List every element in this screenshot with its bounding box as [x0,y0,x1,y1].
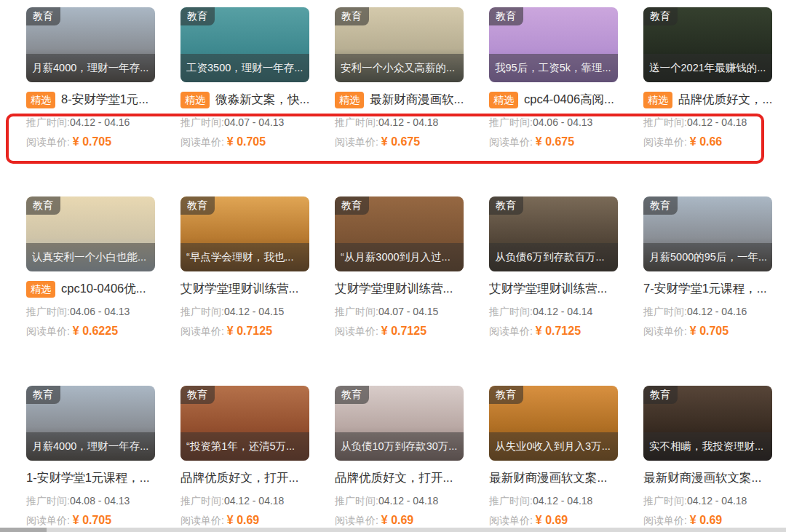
course-card[interactable]: 教育 从负债6万到存款百万... 艾财学堂理财训练营... 推广时间:04.12… [489,196,618,338]
promo-period-row: 推广时间:04.12 - 04.15 [180,305,309,318]
thumbnail-caption-band: 从负债6万到存款百万... [489,243,618,271]
read-price-value: ¥ 0.66 [690,135,722,148]
category-tag: 教育 [489,196,523,215]
thumbnail-caption-band: 认真安利一个小白也能... [26,243,155,271]
course-card[interactable]: 教育 实不相瞒，我投资理财... 最新财商漫画软文案... 推广时间:04.12… [643,386,772,528]
course-thumbnail[interactable]: 教育 从负债6万到存款百万... [489,196,618,271]
read-price-value: ¥ 0.7125 [381,325,426,337]
course-title-row: 精选 品牌优质好文，... [643,91,772,108]
promo-period-value: 04.06 - 04.13 [533,116,593,128]
thumbnail-caption-band: 从失业0收入到月入3万... [489,432,618,461]
thumbnail-caption: 月薪4000，理财一年存... [32,61,149,75]
thumbnail-caption: “从月薪3000到月入过... [341,250,458,264]
course-card[interactable]: 教育 “投资第1年，还清5万... 品牌优质好文，打开... 推广时间:04.1… [180,386,309,528]
course-thumbnail[interactable]: 教育 “从月薪3000到月入过... [335,196,464,271]
promo-period-row: 推广时间:04.07 - 04.13 [180,116,309,129]
horizontal-scrollbar-thumb[interactable] [0,528,47,532]
course-card[interactable]: 教育 月薪5000的95后，一年... 7-安财学堂1元课程，... 推广时间:… [643,196,772,338]
course-thumbnail[interactable]: 教育 我95后，工资5k，靠理... [489,7,618,82]
course-title: 最新财商漫画软... [370,92,464,108]
promo-period-row: 推广时间:04.08 - 04.13 [26,494,155,507]
course-thumbnail[interactable]: 教育 “早点学会理财，我也... [180,196,309,271]
read-price-row: 阅读单价: ¥ 0.69 [180,513,309,528]
promo-period-label: 推广时间: [489,306,533,317]
course-card[interactable]: 教育 认真安利一个小白也能... 精选 cpc10-0406优... 推广时间:… [26,196,155,338]
course-title: 品牌优质好文，打开... [180,470,298,486]
promo-period-value: 04.12 - 04.18 [224,495,285,507]
read-price-value: ¥ 0.675 [381,135,420,148]
featured-badge: 精选 [643,92,672,108]
thumbnail-caption: 我95后，工资5k，靠理... [495,61,612,75]
category-tag: 教育 [26,7,60,25]
course-thumbnail[interactable]: 教育 “投资第1年，还清5万... [180,386,309,461]
course-card[interactable]: 教育 月薪4000，理财一年存... 1-安财学堂1元课程，... 推广时间:0… [26,386,155,528]
course-title: 8-安财学堂1元... [61,92,148,108]
course-card[interactable]: 教育 从负债10万到存款30万... 品牌优质好文，打开... 推广时间:04.… [335,386,464,528]
course-title: 微淼新文案，快... [215,92,309,108]
course-title: cpc4-0406高阅... [524,92,614,108]
read-price-label: 阅读单价: [489,325,533,337]
course-thumbnail[interactable]: 教育 月薪4000，理财一年存... [26,7,155,82]
read-price-row: 阅读单价: ¥ 0.7125 [489,324,618,338]
read-price-row: 阅读单价: ¥ 0.705 [26,513,155,528]
category-tag: 教育 [180,196,215,215]
promo-period-row: 推广时间:04.06 - 04.13 [26,305,155,318]
course-title-row: 品牌优质好文，打开... [335,469,464,487]
course-thumbnail[interactable]: 教育 月薪4000，理财一年存... [26,386,155,461]
course-card[interactable]: 教育 工资3500，理财一年存... 精选 微淼新文案，快... 推广时间:04… [180,7,309,149]
featured-badge: 精选 [489,92,518,108]
course-title-row: 艾财学堂理财训练营... [180,280,309,298]
promo-period-value: 04.12 - 04.18 [687,495,747,507]
course-thumbnail[interactable]: 教育 送一个2021年最赚钱的... [643,7,772,82]
promo-period-label: 推广时间: [180,306,224,317]
course-card[interactable]: 教育 从失业0收入到月入3万... 最新财商漫画软文案... 推广时间:04.1… [489,386,618,528]
course-list-page: 教育 月薪4000，理财一年存... 精选 8-安财学堂1元... 推广时间:0… [0,0,786,532]
course-title-row: 艾财学堂理财训练营... [489,280,618,298]
category-tag: 教育 [180,386,215,404]
read-price-label: 阅读单价: [26,136,70,148]
course-title-row: 精选 cpc10-0406优... [26,280,155,298]
promo-period-row: 推广时间:04.12 - 04.18 [643,116,772,129]
read-price-label: 阅读单价: [26,325,70,337]
promo-period-row: 推广时间:04.12 - 04.16 [26,116,155,129]
read-price-row: 阅读单价: ¥ 0.66 [643,135,772,149]
course-thumbnail[interactable]: 教育 从负债10万到存款30万... [335,386,464,461]
promo-period-value: 04.12 - 04.15 [224,306,285,317]
course-card[interactable]: 教育 “从月薪3000到月入过... 艾财学堂理财训练营... 推广时间:04.… [335,196,464,338]
course-card[interactable]: 教育 安利一个小众又高薪的... 精选 最新财商漫画软... 推广时间:04.1… [335,7,464,149]
thumbnail-caption-band: 安利一个小众又高薪的... [335,54,464,82]
read-price-row: 阅读单价: ¥ 0.69 [335,513,464,528]
thumbnail-caption: 月薪4000，理财一年存... [32,440,149,453]
read-price-label: 阅读单价: [643,515,687,526]
thumbnail-caption-band: 月薪5000的95后，一年... [643,243,772,271]
course-thumbnail[interactable]: 教育 从失业0收入到月入3万... [489,386,618,461]
read-price-label: 阅读单价: [26,515,70,526]
course-thumbnail[interactable]: 教育 实不相瞒，我投资理财... [643,386,772,461]
promo-period-value: 04.12 - 04.18 [378,116,439,128]
course-card[interactable]: 教育 “早点学会理财，我也... 艾财学堂理财训练营... 推广时间:04.12… [180,196,309,338]
thumbnail-caption: 安利一个小众又高薪的... [341,61,458,75]
read-price-label: 阅读单价: [335,515,378,526]
promo-period-value: 04.12 - 04.14 [533,306,593,317]
category-tag: 教育 [26,196,60,215]
read-price-label: 阅读单价: [335,136,378,148]
course-thumbnail[interactable]: 教育 安利一个小众又高薪的... [335,7,464,82]
thumbnail-caption: 从负债10万到存款30万... [341,440,458,453]
course-thumbnail[interactable]: 教育 月薪5000的95后，一年... [643,196,772,271]
read-price-label: 阅读单价: [335,325,378,337]
course-card[interactable]: 教育 送一个2021年最赚钱的... 精选 品牌优质好文，... 推广时间:04… [643,7,772,149]
read-price-label: 阅读单价: [180,136,224,148]
read-price-row: 阅读单价: ¥ 0.675 [335,135,464,149]
promo-period-row: 推广时间:04.12 - 04.16 [643,305,772,318]
promo-period-value: 04.07 - 04.13 [224,116,285,128]
course-card[interactable]: 教育 月薪4000，理财一年存... 精选 8-安财学堂1元... 推广时间:0… [26,7,155,149]
course-card[interactable]: 教育 我95后，工资5k，靠理... 精选 cpc4-0406高阅... 推广时… [489,7,618,149]
category-tag: 教育 [643,196,678,215]
course-thumbnail[interactable]: 教育 认真安利一个小白也能... [26,196,155,271]
course-thumbnail[interactable]: 教育 工资3500，理财一年存... [180,7,309,82]
horizontal-scrollbar[interactable] [0,528,786,532]
course-title: 1-安财学堂1元课程，... [26,470,150,486]
thumbnail-caption: 实不相瞒，我投资理财... [649,440,766,453]
promo-period-label: 推广时间: [489,116,533,128]
read-price-value: ¥ 0.7125 [227,325,272,337]
